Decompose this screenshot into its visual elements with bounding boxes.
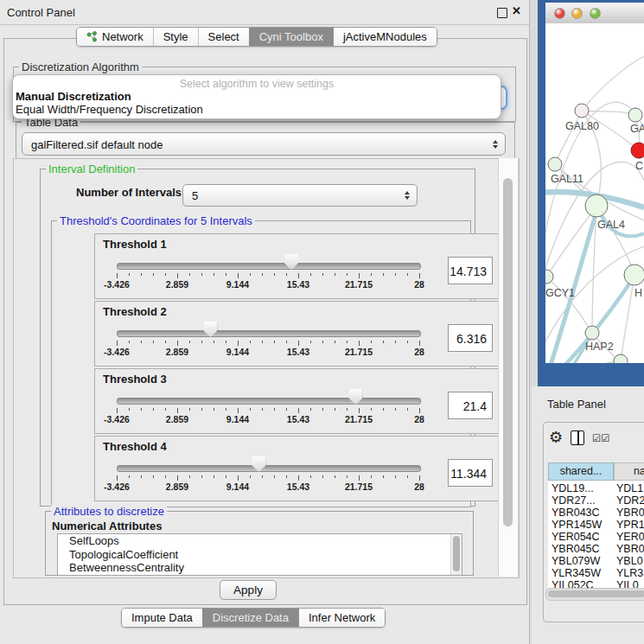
tick-mark [383,475,384,478]
number-of-intervals-combo[interactable]: 5 [182,184,418,207]
column-layout-icon[interactable] [571,430,584,445]
tab-cyni-toolbox[interactable]: Cyni Toolbox [249,28,333,46]
slider-track[interactable] [117,398,421,405]
network-edge[interactable] [545,361,615,363]
threshold-value-field[interactable]: 14.713 [448,257,493,284]
list-scrollbar[interactable] [450,534,462,575]
combo-arrows-icon [405,191,410,200]
tab-impute-data[interactable]: Impute Data [122,609,202,627]
tick-label: 9.144 [212,414,264,424]
network-node-gal80[interactable] [575,104,589,118]
tick-mark [165,341,166,343]
tick-mark [407,475,408,478]
tick-label: 21.715 [333,347,385,357]
table-row[interactable]: YDL19...YDL1 [548,482,644,494]
tick-mark [274,475,275,478]
settings-vertical-scrollbar[interactable] [498,158,519,577]
tab-network[interactable]: Network [77,28,153,46]
node-label: GCY1 [545,287,575,299]
table-row[interactable]: YER054CYER0 [548,531,644,543]
tab-style[interactable]: Style [153,28,198,46]
network-canvas[interactable]: GAL80GACGAL11GAL4GCY1HHAP2 [545,23,644,363]
table-horizontal-scrollbar[interactable] [545,588,644,601]
network-node-gal11[interactable] [548,157,562,171]
tab-label: Style [163,30,188,43]
network-node[interactable] [614,354,628,363]
slider-track[interactable] [117,263,421,270]
slider-track[interactable] [117,465,421,472]
node-label: GAL80 [565,120,599,132]
table-row[interactable]: YBR043CYBR0 [548,507,644,519]
threshold-value-field[interactable]: 6.316 [448,324,493,352]
tick-mark [250,475,251,478]
tick-mark [117,408,118,413]
tick-mark [286,408,287,411]
column-header-name[interactable]: na [614,462,644,481]
network-node-ga[interactable] [628,108,642,122]
tab-select[interactable]: Select [198,28,249,46]
tab-infer-network[interactable]: Infer Network [298,609,385,627]
tick-mark [335,341,335,343]
table-panel-title: Table Panel [547,398,606,411]
float-window-icon[interactable] [497,8,507,18]
table-row[interactable]: YIL052CYIL0 [548,579,644,588]
tick-mark [238,273,239,278]
table-row[interactable]: YDR27...YDR2 [548,494,644,507]
threshold-value-field[interactable]: 21.4 [448,392,493,419]
tick-mark [262,475,263,478]
tick-mark [322,273,323,276]
tick-mark [177,475,178,481]
network-node-h[interactable] [624,265,644,285]
tick-mark [347,408,348,411]
slider-track[interactable] [117,330,421,337]
attribute-item-topologicalcoefficient[interactable]: TopologicalCoefficient [58,548,462,562]
table-data-combo[interactable]: galFiltered.sif default node [22,132,506,156]
tick-mark [165,273,166,276]
table-row[interactable]: YLR345WYLR3 [548,567,644,579]
checkbox-pair-icon[interactable]: ☑☑ [592,432,610,444]
network-node-gal4[interactable] [585,194,608,217]
network-node-c[interactable] [631,143,644,158]
network-edge[interactable] [582,111,635,115]
zoom-traffic-light-icon[interactable] [590,8,601,19]
tick-mark [419,273,420,278]
tick-label: 2.859 [151,481,203,492]
thresholds-group: Threshold's Coordinates for 5 Intervals … [51,220,471,507]
bottom-tab-bar: Impute DataDiscretize DataInfer Network [121,608,386,628]
algorithm-option-equal-width-frequency-discretization[interactable]: Equal Width/Frequency Discretization [16,103,203,116]
tab-discretize-data[interactable]: Discretize Data [202,609,298,627]
tab-jactivemnodules[interactable]: jActiveMNodules [333,28,437,46]
node-label: GAL4 [597,219,625,231]
tick-mark [335,475,335,478]
table-row[interactable]: YBL079WYBL0 [548,555,644,567]
close-window-icon[interactable]: ✕ [512,4,521,17]
cell-name: YER0 [616,531,644,543]
tick-label: 15.43 [272,279,324,290]
tick-mark [177,273,178,278]
attribute-item-betweennesscentrality[interactable]: BetweennessCentrality [58,561,462,575]
column-header-shared-name[interactable]: shared... [548,462,614,481]
network-node-hap2[interactable] [585,326,599,340]
tick-mark [419,341,420,346]
tick-label: 28 [393,414,445,424]
scrollbar-thumb[interactable] [548,590,644,597]
algorithm-option-manual-discretization[interactable]: Manual Discretization [16,90,131,103]
scrollbar-thumb[interactable] [503,178,513,526]
tick-label: 9.144 [212,279,264,290]
table-row[interactable]: YBR045CYBR0 [548,543,644,555]
network-edge[interactable] [546,277,589,328]
threshold-value-field[interactable]: 11.344 [448,459,493,487]
cell-name: YLR3 [616,567,643,579]
close-traffic-light-icon[interactable] [554,8,565,19]
node-label: GAL11 [551,173,583,185]
attribute-item-selfloops[interactable]: SelfLoops [58,534,462,548]
tick-mark [226,408,226,411]
gear-icon[interactable]: ⚙ [549,428,563,447]
tick-mark [250,273,251,276]
tick-mark [177,341,178,346]
numerical-attributes-list[interactable]: SelfLoopsTopologicalCoefficientBetweenne… [57,533,462,576]
minimize-traffic-light-icon[interactable] [571,8,583,19]
tick-mark [153,408,154,411]
table-row[interactable]: YPR145WYPR1 [548,519,644,531]
apply-button[interactable]: Apply [220,580,277,600]
